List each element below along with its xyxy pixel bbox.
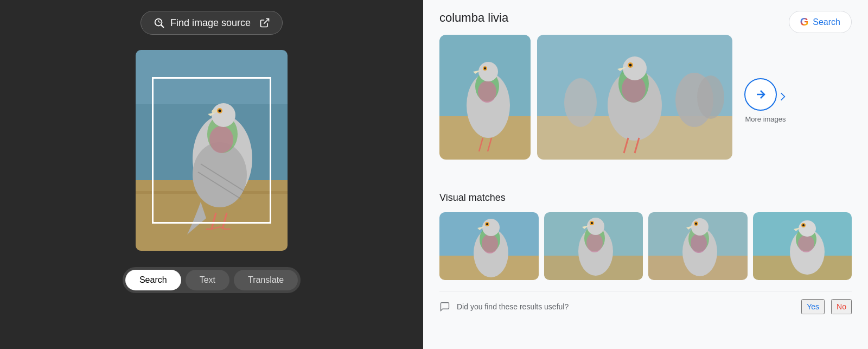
svg-point-22 bbox=[478, 81, 496, 103]
chevron-right-icon bbox=[779, 91, 787, 102]
feedback-no-button[interactable]: No bbox=[831, 299, 852, 314]
svg-point-15 bbox=[219, 110, 221, 112]
visual-matches-title: Visual matches bbox=[439, 192, 852, 204]
top-image-1[interactable] bbox=[439, 35, 531, 160]
tab-bar: Search Text Translate bbox=[123, 267, 301, 293]
more-images-label: More images bbox=[745, 115, 786, 123]
svg-point-55 bbox=[587, 218, 604, 235]
find-image-source-button[interactable]: Find image source bbox=[141, 11, 283, 35]
svg-point-33 bbox=[623, 56, 647, 80]
match-image-3[interactable] bbox=[648, 212, 748, 280]
feedback-icon bbox=[439, 301, 450, 312]
svg-point-12 bbox=[212, 103, 235, 127]
search-button-label: Search bbox=[813, 17, 840, 27]
lens-icon bbox=[153, 17, 165, 29]
svg-point-62 bbox=[691, 233, 707, 253]
svg-point-63 bbox=[691, 218, 709, 236]
google-search-button[interactable]: G Search bbox=[789, 11, 852, 33]
svg-line-1 bbox=[264, 19, 269, 24]
tab-search[interactable]: Search bbox=[125, 270, 181, 290]
find-image-label: Find image source bbox=[170, 17, 251, 29]
left-panel: Find image source bbox=[0, 0, 423, 349]
svg-point-47 bbox=[482, 219, 500, 236]
svg-point-35 bbox=[629, 64, 632, 67]
svg-point-23 bbox=[478, 62, 498, 81]
svg-point-11 bbox=[209, 126, 233, 153]
top-image-2[interactable] bbox=[537, 35, 732, 160]
svg-point-73 bbox=[802, 224, 805, 226]
tab-text[interactable]: Text bbox=[186, 270, 229, 290]
match-image-2[interactable] bbox=[544, 212, 643, 280]
species-title: columba livia bbox=[439, 11, 508, 25]
match-image-4[interactable] bbox=[753, 212, 852, 280]
tab-translate[interactable]: Translate bbox=[234, 270, 298, 290]
svg-point-46 bbox=[482, 234, 498, 253]
svg-point-65 bbox=[695, 223, 697, 225]
svg-point-57 bbox=[591, 222, 593, 224]
svg-point-0 bbox=[155, 19, 162, 26]
google-g-logo: G bbox=[800, 16, 809, 28]
svg-point-25 bbox=[484, 67, 486, 69]
svg-point-54 bbox=[586, 233, 603, 252]
feedback-text: Did you find these results useful? bbox=[457, 302, 795, 311]
svg-point-38 bbox=[697, 75, 724, 119]
feedback-bar: Did you find these results useful? Yes N… bbox=[439, 291, 852, 314]
visual-matches-grid bbox=[439, 212, 852, 280]
svg-point-70 bbox=[798, 235, 814, 252]
subject-image bbox=[136, 50, 288, 251]
svg-point-49 bbox=[486, 223, 488, 225]
match-image-1[interactable] bbox=[439, 212, 539, 280]
results-header: columba livia G Search bbox=[439, 11, 852, 25]
arrow-right-icon bbox=[754, 88, 767, 101]
svg-point-71 bbox=[799, 220, 816, 237]
more-images-button[interactable] bbox=[744, 78, 777, 111]
svg-point-37 bbox=[564, 78, 597, 127]
top-images-row bbox=[439, 35, 732, 160]
right-panel: columba livia G Search bbox=[423, 0, 868, 349]
external-link-icon bbox=[259, 17, 270, 28]
feedback-yes-button[interactable]: Yes bbox=[801, 299, 825, 314]
svg-point-13 bbox=[212, 110, 217, 113]
